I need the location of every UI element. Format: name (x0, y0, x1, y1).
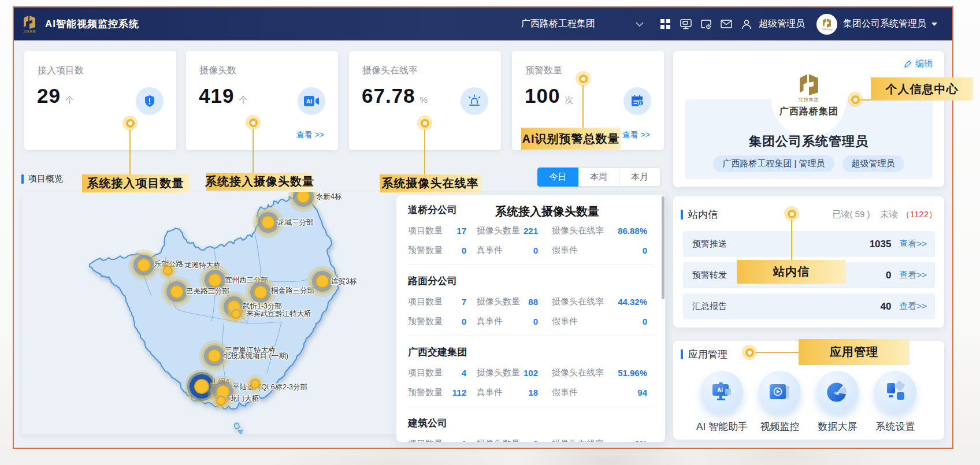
section-bar (21, 174, 24, 184)
edit-profile-link[interactable]: 编辑 (904, 58, 933, 69)
stat-value: 0% (634, 439, 647, 442)
avatar: 广西路桥集团 (816, 14, 837, 35)
stat-unit: 个 (65, 95, 74, 105)
marker-dot (208, 273, 222, 287)
stat-label: 项目数量 (408, 438, 443, 442)
tab-本月[interactable]: 本月 (619, 168, 660, 187)
stat-value: 51.96% (618, 368, 647, 378)
guide-line (129, 129, 131, 174)
period-tabs: 今日本周本月 (537, 168, 660, 187)
stat-label: 假事件 (552, 316, 578, 327)
app-label: 视频监控 (760, 420, 800, 433)
section-bar (681, 210, 683, 220)
company-name: 建筑公司 (408, 416, 654, 430)
stat-label: 摄像头数量 (477, 438, 520, 442)
company-stat-row: 项目数量1 摄像头数量8 摄像头在线率0% (408, 434, 654, 442)
monitor-icon[interactable] (675, 19, 696, 29)
marker-label: 桐金路三分部 (271, 286, 314, 296)
admin-role-label: 超级管理员 (759, 18, 805, 30)
mail-panel-title: 站内信 (688, 208, 718, 221)
stat-value: 0 (643, 317, 647, 326)
guide-line (253, 129, 254, 173)
company-section: 广西交建集团 项目数量4 摄像头数量102 摄像头在线率51.96% 预警数量1… (396, 345, 665, 402)
company-name: 路面分公司 (408, 274, 654, 288)
tab-今日[interactable]: 今日 (537, 168, 578, 187)
mail-row-value: 0 (886, 270, 891, 281)
divider (408, 407, 654, 407)
stat-label: 预警数量 (408, 387, 443, 398)
user-menu[interactable]: 广西路桥集团 集团公司系统管理员 (816, 14, 937, 35)
view-link[interactable]: 查看>> (899, 270, 927, 281)
stat-value: 4 (462, 368, 466, 378)
marker-dot (315, 274, 329, 288)
org-selector-value: 广西路桥工程集团 (521, 18, 595, 30)
guide-line (791, 220, 792, 260)
app-label: AI 智能助手 (696, 420, 748, 433)
marker-dot (261, 215, 275, 229)
marker-dot (137, 258, 151, 272)
guide-dot-mail (784, 206, 799, 221)
guide-dot-project-count (122, 116, 138, 131)
edit-label: 编辑 (915, 58, 933, 69)
mail-row-label: 预警推送 (692, 239, 870, 250)
app-item[interactable]: 系统设置 (869, 371, 922, 433)
company-logo: 北投集团 广西路桥集团 (771, 62, 847, 137)
app-item[interactable]: 视频监控 (753, 371, 807, 433)
profile-card: 编辑 北投集团 广西路桥集团 集团公司系统管理员 广西路桥工程集团 | 管理员超… (673, 51, 944, 187)
marker-label: 龙城三分部 (277, 218, 314, 228)
stat-value: 0 (643, 245, 647, 255)
mail-icon[interactable] (716, 20, 736, 28)
guide-dot-camera-count (246, 115, 261, 130)
callout-camera-count: 系统接入摄像头数量 (206, 173, 313, 191)
navbar: 北投集团 AI智能视频监控系统 广西路桥工程集团 (14, 8, 952, 40)
view-link[interactable]: 查看 >> (296, 130, 324, 140)
stat-title: 摄像头在线率 (362, 65, 418, 77)
tab-本周[interactable]: 本周 (578, 168, 619, 187)
stat-value: 94 (637, 388, 647, 397)
marker-label: 永新4标 (316, 192, 341, 202)
callout-camera-online: 系统摄像头在线率 (380, 174, 481, 192)
view-link[interactable]: 查看>> (899, 301, 927, 312)
guide-line (755, 352, 799, 353)
user-icon[interactable] (736, 19, 756, 29)
scrollbar-thumb[interactable] (662, 196, 665, 299)
marker-dot (170, 285, 184, 299)
marker-dot (231, 309, 241, 319)
stat-label: 真事件 (477, 245, 503, 256)
view-link[interactable]: 查看 >> (622, 130, 650, 140)
marker-label: 2-3分部 (283, 382, 307, 392)
mail-read-stats: 已读( 59 ) 未读 （1122） (832, 209, 937, 220)
read-count: 已读( 59 ) (832, 209, 870, 219)
guide-dot-camera-online (417, 116, 432, 131)
stat-value: 7 (462, 297, 466, 307)
marker-label: 连贺3标 (331, 277, 357, 287)
stat-label: 摄像头在线率 (552, 225, 604, 236)
divider (408, 336, 654, 336)
org-selector[interactable]: 广西路桥工程集团 (521, 18, 644, 30)
annotation-camera-count: 系统接入摄像头数量 (495, 204, 599, 220)
ai-camera-icon: AI (298, 87, 325, 115)
section-title: 项目概览 (28, 173, 63, 184)
stat-title: 预警数量 (525, 65, 562, 77)
stat-card: 接入项目数 29个 (24, 51, 176, 150)
stat-label: 项目数量 (408, 296, 443, 307)
company-stat-row: 预警数量0 真事件0 假事件0 (408, 311, 654, 331)
app-item[interactable]: AI AI 智能助手 (696, 371, 749, 433)
stat-value: 0 (462, 245, 466, 255)
stat-label: 摄像头在线率 (552, 367, 604, 378)
apps-grid-icon[interactable] (655, 19, 675, 29)
profile-tag: 广西路桥工程集团 | 管理员 (713, 155, 834, 172)
stat-label: 假事件 (552, 387, 578, 398)
section-project-overview: 项目概览 (21, 173, 63, 184)
mail-row-label: 汇总报告 (692, 301, 881, 312)
marker-dot (163, 266, 173, 276)
app-item[interactable]: % 数据大屏 (811, 371, 864, 433)
divider (408, 265, 654, 265)
stat-value: 100次 (525, 84, 573, 107)
system-settings-icon (874, 371, 916, 413)
stat-label: 摄像头数量 (477, 367, 520, 378)
view-link[interactable]: 查看>> (899, 239, 927, 250)
document-gear-icon[interactable] (696, 19, 716, 29)
app-label: 系统设置 (876, 420, 915, 433)
callout-alert-total: AI识别预警总数量 (521, 128, 621, 150)
